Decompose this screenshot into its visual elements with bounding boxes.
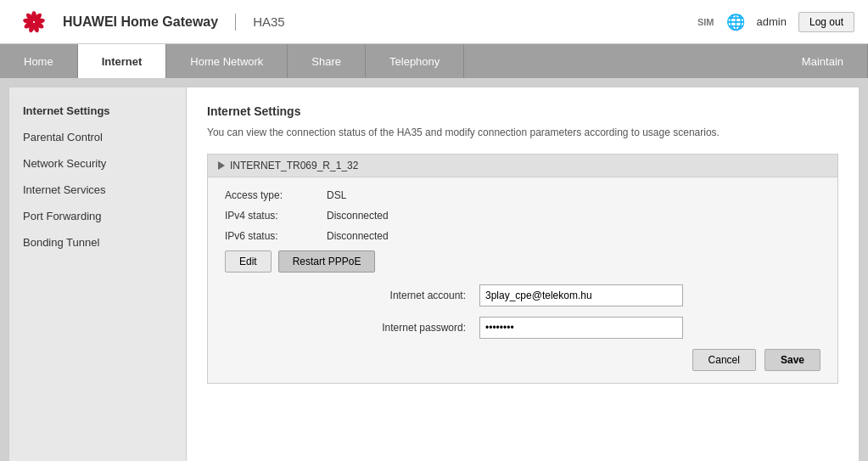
header-right: SIM 🌐 admin Log out <box>697 12 854 32</box>
sidebar-item-internet-services[interactable]: Internet Services <box>9 177 186 203</box>
account-input[interactable] <box>479 284 683 306</box>
sidebar-item-parental-control[interactable]: Parental Control <box>9 124 186 150</box>
account-label: Internet account: <box>225 290 479 301</box>
connection-block: INTERNET_TR069_R_1_32 Access type: DSL I… <box>207 154 838 384</box>
tab-home[interactable]: Home <box>0 44 78 78</box>
edit-button[interactable]: Edit <box>225 250 272 273</box>
model-name: HA35 <box>253 14 285 29</box>
ipv4-label: IPv4 status: <box>225 210 327 222</box>
ipv6-value: Disconnected <box>327 230 389 242</box>
access-type-row: Access type: DSL <box>225 189 820 201</box>
sidebar: Internet Settings Parental Control Netwo… <box>8 87 187 461</box>
restart-pppoe-button[interactable]: Restart PPPoE <box>278 250 376 273</box>
connection-body: Access type: DSL IPv4 status: Disconnect… <box>208 177 837 383</box>
sidebar-item-bonding-tunnel[interactable]: Bonding Tunnel <box>9 229 186 256</box>
connection-name: INTERNET_TR069_R_1_32 <box>230 160 358 171</box>
logo-area: HUAWEI Home Gateway HA35 <box>14 7 285 37</box>
expand-icon <box>218 161 225 170</box>
access-type-value: DSL <box>327 189 346 201</box>
section-desc: You can view the connection status of th… <box>207 126 838 138</box>
sidebar-item-internet-settings[interactable]: Internet Settings <box>9 98 186 124</box>
sidebar-item-port-forwarding[interactable]: Port Forwarding <box>9 203 186 229</box>
action-btn-row: Edit Restart PPPoE <box>225 250 820 273</box>
ipv4-value: Disconnected <box>327 210 389 222</box>
tab-share[interactable]: Share <box>288 44 366 78</box>
ipv6-row: IPv6 status: Disconnected <box>225 230 820 242</box>
form-actions: Cancel Save <box>225 349 820 371</box>
huawei-logo <box>14 7 54 37</box>
connection-header: INTERNET_TR069_R_1_32 <box>208 155 837 177</box>
content-area: Internet Settings You can view the conne… <box>187 87 860 461</box>
tab-maintain[interactable]: Maintain <box>778 44 868 78</box>
sim-icon: SIM <box>697 17 714 27</box>
cancel-button[interactable]: Cancel <box>692 349 756 371</box>
access-type-label: Access type: <box>225 189 327 201</box>
tab-home-network[interactable]: Home Network <box>166 44 288 78</box>
main-layout: Internet Settings Parental Control Netwo… <box>0 78 868 461</box>
tab-spacer <box>464 44 778 78</box>
header: HUAWEI Home Gateway HA35 SIM 🌐 admin Log… <box>0 0 868 44</box>
account-row: Internet account: <box>225 284 820 306</box>
password-input[interactable] <box>479 317 683 339</box>
logout-button[interactable]: Log out <box>798 12 854 32</box>
product-name: HUAWEI Home Gateway <box>63 14 218 30</box>
header-divider <box>235 14 236 31</box>
sidebar-item-network-security[interactable]: Network Security <box>9 150 186 177</box>
password-row: Internet password: <box>225 317 820 339</box>
ipv4-row: IPv4 status: Disconnected <box>225 210 820 222</box>
section-title: Internet Settings <box>207 104 838 118</box>
save-button[interactable]: Save <box>764 349 820 371</box>
admin-label: admin <box>757 15 787 28</box>
tab-internet[interactable]: Internet <box>78 44 167 78</box>
password-label: Internet password: <box>225 322 479 334</box>
nav-tabs: Home Internet Home Network Share Telepho… <box>0 44 868 78</box>
tab-telephony[interactable]: Telephony <box>366 44 464 78</box>
globe-icon: 🌐 <box>726 13 745 31</box>
ipv6-label: IPv6 status: <box>225 230 327 242</box>
